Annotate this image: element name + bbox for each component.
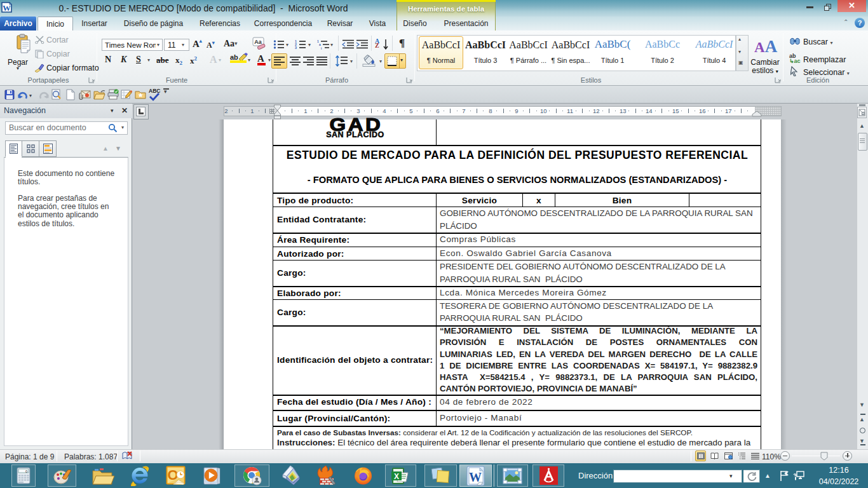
svg-text:i: i [321, 46, 322, 50]
svg-text:3: 3 [295, 46, 297, 50]
svg-text:Aa: Aa [254, 39, 262, 45]
svg-text:X: X [394, 472, 399, 481]
